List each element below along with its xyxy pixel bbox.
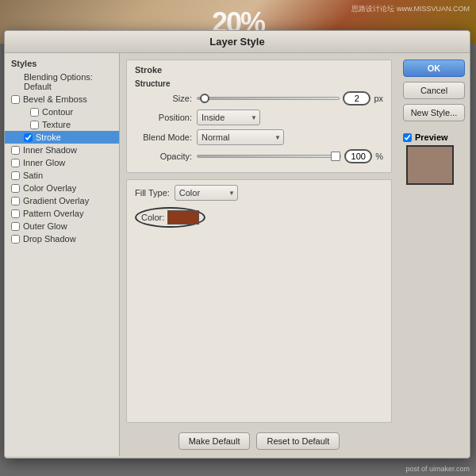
- preview-checkbox[interactable]: [403, 133, 412, 142]
- contour-checkbox[interactable]: [30, 108, 39, 117]
- sidebar-item-blending[interactable]: Blending Options: Default: [5, 71, 119, 93]
- gradient-overlay-checkbox[interactable]: [11, 197, 20, 205]
- make-default-button[interactable]: Make Default: [178, 432, 251, 450]
- blend-mode-label: Blend Mode:: [135, 132, 192, 142]
- preview-box: [406, 145, 454, 185]
- blend-mode-select-wrapper: Normal Dissolve Multiply Screen Overlay: [197, 129, 284, 145]
- layer-style-dialog: Layer Style Styles Blending Options: Def…: [4, 30, 470, 459]
- stroke-panel: Stroke Structure Size: px Position:: [126, 60, 392, 173]
- opacity-unit: %: [375, 152, 383, 161]
- preview-section: Preview: [403, 132, 465, 185]
- sidebar-item-bevel[interactable]: Bevel & Emboss: [5, 93, 119, 106]
- fill-type-select[interactable]: Color Gradient Pattern: [175, 185, 238, 201]
- content-area: Stroke Structure Size: px Position:: [120, 53, 398, 456]
- blend-mode-row: Blend Mode: Normal Dissolve Multiply Scr…: [135, 129, 383, 145]
- opacity-slider-track[interactable]: [197, 155, 341, 158]
- sidebar-item-pattern-overlay[interactable]: Pattern Overlay: [5, 207, 119, 220]
- position-row: Position: Inside Outside Center: [135, 109, 383, 125]
- blend-mode-select[interactable]: Normal Dissolve Multiply Screen Overlay: [197, 129, 284, 145]
- opacity-slider-thumb[interactable]: [331, 152, 340, 161]
- color-label: Color:: [141, 213, 164, 222]
- cancel-button[interactable]: Cancel: [403, 82, 465, 99]
- texture-checkbox[interactable]: [30, 121, 39, 129]
- fill-type-label: Fill Type:: [135, 188, 170, 198]
- reset-to-default-button[interactable]: Reset to Default: [256, 432, 340, 450]
- opacity-slider-container: %: [197, 149, 383, 163]
- dialog-body: Styles Blending Options: Default Bevel &…: [5, 53, 470, 456]
- size-label: Size:: [135, 94, 192, 103]
- sidebar-styles-header: Styles: [5, 56, 119, 71]
- right-panel: OK Cancel New Style... Preview: [398, 53, 470, 456]
- sidebar-item-color-overlay[interactable]: Color Overlay: [5, 182, 119, 194]
- opacity-label: Opacity:: [135, 152, 192, 161]
- size-slider-thumb[interactable]: [200, 94, 209, 103]
- structure-title: Structure: [135, 79, 383, 88]
- position-select[interactable]: Inside Outside Center: [197, 109, 260, 125]
- new-style-button[interactable]: New Style...: [403, 104, 465, 121]
- inner-glow-checkbox[interactable]: [11, 159, 20, 167]
- size-slider-container: px: [197, 91, 383, 106]
- color-row: Color:: [135, 207, 383, 228]
- ok-button[interactable]: OK: [403, 60, 465, 77]
- preview-label-row: Preview: [403, 132, 465, 142]
- sidebar-item-satin[interactable]: Satin: [5, 169, 119, 182]
- sidebar-item-gradient-overlay[interactable]: Gradient Overlay: [5, 194, 119, 207]
- color-oval: Color:: [135, 207, 205, 228]
- watermark-top: 思路设计论坛 www.MISSVUAN.COM: [351, 4, 470, 14]
- sidebar-item-drop-shadow[interactable]: Drop Shadow: [5, 232, 119, 245]
- stroke-title: Stroke: [135, 65, 383, 75]
- position-label: Position:: [135, 113, 192, 122]
- sidebar-item-inner-glow[interactable]: Inner Glow: [5, 156, 119, 169]
- fill-type-row: Fill Type: Color Gradient Pattern: [135, 185, 383, 201]
- sidebar-item-stroke[interactable]: Stroke: [5, 131, 119, 144]
- sidebar-item-outer-glow[interactable]: Outer Glow: [5, 220, 119, 232]
- bottom-buttons: Make Default Reset to Default: [126, 432, 392, 450]
- position-select-wrapper: Inside Outside Center: [197, 109, 260, 125]
- sidebar-item-contour[interactable]: Contour: [5, 106, 119, 118]
- sidebar: Styles Blending Options: Default Bevel &…: [5, 53, 120, 456]
- bevel-checkbox[interactable]: [11, 95, 20, 104]
- size-slider-track[interactable]: [197, 97, 340, 100]
- watermark-bottom: post of uimaker.com: [405, 465, 470, 473]
- preview-text: Preview: [415, 132, 448, 142]
- pattern-overlay-checkbox[interactable]: [11, 209, 20, 218]
- opacity-row: Opacity: %: [135, 149, 383, 163]
- dialog-title: Layer Style: [5, 31, 470, 53]
- size-unit: px: [374, 94, 383, 103]
- color-overlay-checkbox[interactable]: [11, 184, 20, 193]
- size-row: Size: px: [135, 91, 383, 106]
- satin-checkbox[interactable]: [11, 171, 20, 180]
- opacity-input[interactable]: [344, 149, 372, 163]
- inner-shadow-checkbox[interactable]: [11, 146, 20, 155]
- fill-type-select-wrapper: Color Gradient Pattern: [175, 185, 238, 201]
- sidebar-item-texture[interactable]: Texture: [5, 118, 119, 131]
- fill-panel: Fill Type: Color Gradient Pattern Color:: [126, 179, 392, 423]
- stroke-checkbox[interactable]: [24, 133, 33, 142]
- size-input[interactable]: [343, 91, 370, 106]
- sidebar-item-inner-shadow[interactable]: Inner Shadow: [5, 144, 119, 156]
- color-swatch[interactable]: [167, 210, 199, 225]
- drop-shadow-checkbox[interactable]: [11, 235, 20, 244]
- outer-glow-checkbox[interactable]: [11, 222, 20, 231]
